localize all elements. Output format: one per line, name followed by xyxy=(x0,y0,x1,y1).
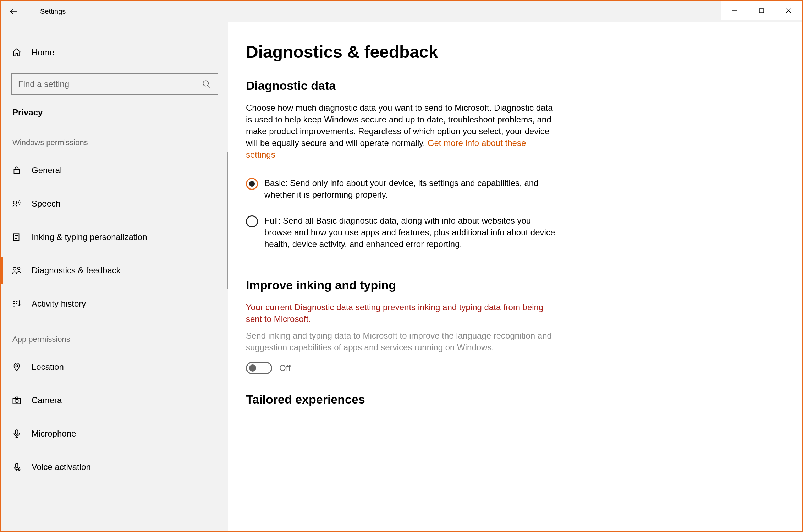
sidebar-item-voice[interactable]: Voice activation xyxy=(1,450,228,484)
camera-icon xyxy=(11,395,22,406)
activity-icon xyxy=(11,298,22,309)
sidebar-item-label: Camera xyxy=(32,395,62,405)
svg-point-2 xyxy=(203,81,208,86)
close-button[interactable] xyxy=(775,1,802,20)
maximize-icon xyxy=(758,7,765,14)
inking-toggle-state: Off xyxy=(279,363,291,373)
radio-basic[interactable]: Basic: Send only info about your device,… xyxy=(246,177,558,201)
svg-point-11 xyxy=(17,267,20,270)
titlebar: Settings xyxy=(1,1,802,22)
page-title: Diagnostics & feedback xyxy=(246,42,776,62)
inking-toggle[interactable] xyxy=(246,362,272,374)
section-diagnostic-data-heading: Diagnostic data xyxy=(246,79,776,93)
inking-icon xyxy=(11,231,22,243)
svg-point-19 xyxy=(15,399,18,402)
sidebar-item-label: Microphone xyxy=(32,429,76,439)
minimize-button[interactable] xyxy=(721,1,748,20)
home-icon xyxy=(11,47,22,58)
svg-line-3 xyxy=(208,85,210,88)
sidebar-item-label: Activity history xyxy=(32,299,86,309)
back-arrow-icon xyxy=(9,7,18,16)
sidebar-item-label: Inking & typing personalization xyxy=(32,232,147,242)
radio-basic-label: Basic: Send only info about your device,… xyxy=(264,177,558,201)
group-windows-permissions: Windows permissions xyxy=(1,124,228,154)
search-wrap: Find a setting xyxy=(1,66,228,101)
window-controls xyxy=(721,1,802,20)
svg-point-17 xyxy=(16,365,17,367)
maximize-button[interactable] xyxy=(748,1,775,20)
sidebar-item-inking[interactable]: Inking & typing personalization xyxy=(1,220,228,254)
sidebar-item-label: Speech xyxy=(32,199,60,209)
svg-point-5 xyxy=(13,201,17,204)
inking-toggle-row: Off xyxy=(246,362,776,374)
radio-full-label: Full: Send all Basic diagnostic data, al… xyxy=(264,215,558,250)
search-input[interactable]: Find a setting xyxy=(11,73,218,95)
main-content: Diagnostics & feedback Diagnostic data C… xyxy=(228,22,802,531)
back-button[interactable] xyxy=(1,1,26,22)
svg-rect-1 xyxy=(759,9,764,13)
sidebar-item-label: General xyxy=(32,165,62,175)
radio-full[interactable]: Full: Send all Basic diagnostic data, al… xyxy=(246,215,558,250)
microphone-icon xyxy=(11,428,22,439)
speech-icon xyxy=(11,198,22,209)
sidebar-item-camera[interactable]: Camera xyxy=(1,384,228,417)
svg-rect-4 xyxy=(14,170,19,174)
group-app-permissions: App permissions xyxy=(1,320,228,350)
sidebar-item-location[interactable]: Location xyxy=(1,350,228,384)
feedback-icon xyxy=(11,265,22,276)
voice-icon xyxy=(11,461,22,473)
sidebar-item-speech[interactable]: Speech xyxy=(1,187,228,220)
location-icon xyxy=(11,361,22,373)
svg-rect-20 xyxy=(16,430,18,434)
svg-rect-21 xyxy=(16,463,18,468)
sidebar-item-diagnostics[interactable]: Diagnostics & feedback xyxy=(1,254,228,287)
svg-point-22 xyxy=(18,469,20,470)
sidebar-item-label: Location xyxy=(32,362,64,372)
close-icon xyxy=(785,7,792,14)
inking-warning: Your current Diagnostic data setting pre… xyxy=(246,301,555,325)
sidebar-home-label: Home xyxy=(32,48,54,57)
sidebar-item-activity[interactable]: Activity history xyxy=(1,287,228,320)
radio-button-icon xyxy=(246,178,258,190)
minimize-icon xyxy=(731,7,738,14)
sidebar-item-general[interactable]: General xyxy=(1,154,228,187)
lock-icon xyxy=(11,165,22,176)
sidebar-item-label: Diagnostics & feedback xyxy=(32,265,121,275)
sidebar-category: Privacy xyxy=(1,101,228,124)
section-inking-heading: Improve inking and typing xyxy=(246,278,776,292)
sidebar-item-microphone[interactable]: Microphone xyxy=(1,417,228,450)
app-title: Settings xyxy=(40,7,66,16)
sidebar-item-label: Voice activation xyxy=(32,462,91,472)
svg-point-10 xyxy=(13,267,16,270)
diagnostic-data-paragraph: Choose how much diagnostic data you want… xyxy=(246,102,555,161)
sidebar-home[interactable]: Home xyxy=(1,39,228,66)
radio-button-icon xyxy=(246,215,258,227)
section-tailored-heading: Tailored experiences xyxy=(246,393,776,406)
inking-description: Send inking and typing data to Microsoft… xyxy=(246,330,555,353)
sidebar: Home Find a setting Privacy Windows perm… xyxy=(1,22,228,531)
search-icon xyxy=(202,79,211,89)
search-placeholder: Find a setting xyxy=(18,79,69,89)
